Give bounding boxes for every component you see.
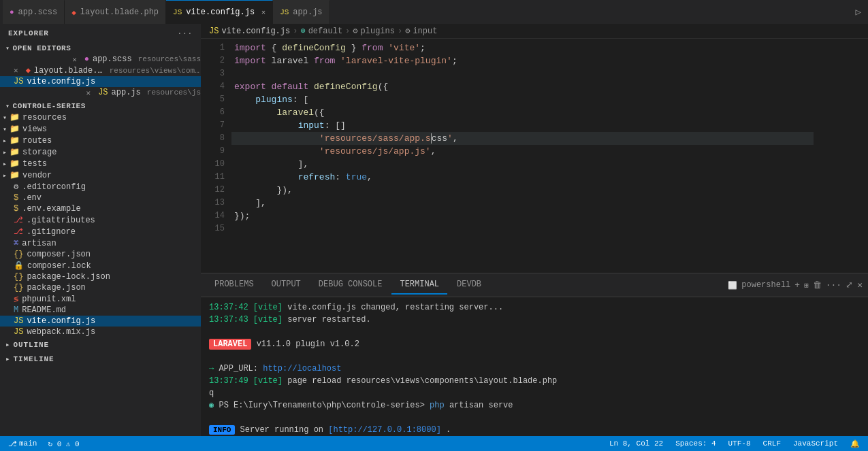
folder-name: vendor [22, 171, 52, 180]
file-env-example[interactable]: $ .env.example [0, 203, 201, 214]
panel-area: PROBLEMS OUTPUT DEBUG CONSOLE TERMINAL D… [201, 273, 868, 436]
run-button[interactable]: ▷ [849, 6, 868, 18]
file-name: README.md [22, 305, 66, 315]
code-editor[interactable]: 12345 678910 1112131415 import { defineC… [201, 39, 868, 273]
timeline-section[interactable]: ▸ TIMELINE [0, 352, 201, 366]
close-icon[interactable]: ✕ [86, 88, 91, 97]
folder-icon: 📁 [10, 124, 20, 134]
tab-problems[interactable]: PROBLEMS [206, 275, 262, 295]
js-icon: JS [280, 8, 289, 16]
maximize-panel-icon[interactable]: ⤢ [846, 280, 853, 290]
close-panel-icon[interactable]: ✕ [857, 280, 863, 290]
folder-tests[interactable]: ▸ 📁 tests [0, 158, 201, 169]
add-terminal-icon[interactable]: + [794, 280, 800, 290]
js-icon: JS [173, 8, 182, 16]
file-path: resources\js [147, 88, 201, 97]
line-numbers: 12345 678910 1112131415 [201, 39, 231, 273]
code-line-14: }); [231, 210, 814, 222]
tab-devdb[interactable]: DEVDB [449, 275, 489, 295]
ln-col-item[interactable]: Ln 8, Col 22 [607, 439, 666, 448]
terminal-content[interactable]: 13:37:42 [vite] vite.config.js changed, … [201, 297, 868, 436]
file-webpack-mix[interactable]: JS webpack.mix.js [0, 327, 201, 337]
git-branch-icon: ⎇ [8, 439, 17, 448]
file-editorconfig[interactable]: ⚙ .editorconfig [0, 181, 201, 193]
split-terminal-icon[interactable]: ⊞ [804, 281, 809, 290]
tab-app-scss[interactable]: ● app.scss [3, 0, 65, 24]
js-file-icon: JS [14, 77, 23, 86]
folder-resources[interactable]: ▾ 📁 resources [0, 112, 201, 123]
spaces-label: Spaces: 4 [675, 439, 716, 448]
file-composer-lock[interactable]: 🔒 composer.lock [0, 260, 201, 271]
git-branch-item[interactable]: ⎇ main [5, 439, 39, 448]
file-name: .env [22, 193, 42, 203]
folder-views[interactable]: ▾ 📁 views [0, 123, 201, 135]
folder-storage[interactable]: ▸ 📁 storage [0, 146, 201, 158]
delete-terminal-icon[interactable]: 🗑 [813, 280, 822, 290]
json-file-icon: {} [14, 272, 23, 282]
open-editor-app-js[interactable]: ✕ JS app.js resources\js [0, 87, 201, 98]
open-editor-vite-config[interactable]: JS vite.config.js [0, 76, 201, 87]
breadcrumb-input-icon: ⚙ [405, 26, 410, 36]
file-readme-md[interactable]: M README.md [0, 305, 201, 316]
file-name: app.js [112, 88, 141, 97]
sync-icon[interactable]: ↻ 0 ⚠ 0 [45, 439, 82, 448]
json-file-icon: {} [14, 283, 23, 293]
laravel-version: v11.1.0 [257, 339, 296, 349]
chevron-down-icon: ▾ [5, 102, 10, 110]
file-package-json[interactable]: {} package.json [0, 282, 201, 293]
js-file-icon: JS [14, 316, 23, 326]
sidebar-menu-icon[interactable]: ··· [178, 29, 193, 37]
file-gitattributes[interactable]: ⎇ .gitattributes [0, 214, 201, 226]
outline-section[interactable]: ▸ OUTLINE [0, 337, 201, 352]
tab-output[interactable]: OUTPUT [263, 275, 309, 295]
tab-layout-blade[interactable]: ◆ layout.blade.php [65, 0, 166, 24]
more-options-icon[interactable]: ··· [826, 280, 841, 290]
file-phpunit-xml[interactable]: ≶ phpunit.xml [0, 293, 201, 305]
reload-text: page reload resources\views\components\l… [287, 376, 557, 386]
file-env[interactable]: $ .env [0, 193, 201, 203]
file-name: webpack.mix.js [27, 327, 95, 337]
file-package-lock-json[interactable]: {} package-lock.json [0, 271, 201, 282]
server-url: [http://127.0.0.1:8000] [328, 425, 441, 435]
project-section[interactable]: ▾ CONTROLE-SERIES [0, 101, 201, 112]
line-ending-item[interactable]: CRLF [760, 439, 784, 448]
minimap [814, 39, 868, 273]
tab-label: vite.config.js [186, 7, 255, 17]
encoding-item[interactable]: UTF-8 [726, 439, 754, 448]
file-artisan[interactable]: ⌘ artisan [0, 237, 201, 249]
gear-file-icon: ⚙ [14, 182, 18, 192]
tab-vite-config[interactable]: JS vite.config.js ✕ [166, 0, 273, 24]
file-name: .gitignore [27, 227, 76, 237]
file-path: resources\sass [138, 55, 201, 63]
open-editor-layout-blade[interactable]: ✕ ◆ layout.blade.php resources\views\com… [0, 65, 201, 76]
encoding-label: UTF-8 [728, 439, 751, 448]
open-editors-section[interactable]: ▾ OPEN EDITORS [0, 43, 201, 54]
notifications-item[interactable]: 🔔 [848, 439, 863, 448]
tab-terminal[interactable]: TERMINAL [391, 275, 447, 295]
terminal-line-arrow: → APP_URL: http://localhost [209, 363, 860, 375]
chevron-down-icon: ▾ [5, 44, 10, 52]
language-item[interactable]: JavaScript [790, 439, 841, 448]
js-file-icon: JS [98, 88, 108, 97]
spaces-item[interactable]: Spaces: 4 [673, 439, 718, 448]
file-gitignore[interactable]: ⎇ .gitignore [0, 226, 201, 237]
folder-vendor[interactable]: ▸ 📁 vendor [0, 169, 201, 181]
code-line-5: plugins: [ [231, 93, 814, 106]
code-content: import { defineConfig } from 'vite'; imp… [231, 39, 814, 273]
main-area: EXPLORER ··· ▾ OPEN EDITORS ✕ ● app.scss… [0, 24, 868, 436]
file-vite-config[interactable]: JS vite.config.js [0, 316, 201, 327]
breadcrumb-plugins-icon: ⚙ [353, 26, 357, 36]
folder-routes[interactable]: ▸ 📁 routes [0, 135, 201, 146]
close-icon[interactable]: ✕ [72, 55, 77, 64]
file-composer-json[interactable]: {} composer.json [0, 249, 201, 260]
ln-col-label: Ln 8, Col 22 [609, 439, 663, 448]
vite-label: [vite] [253, 315, 283, 324]
code-line-1: import { defineConfig } from 'vite'; [231, 41, 814, 54]
tab-label: app.js [293, 7, 322, 17]
close-tab-icon[interactable]: ✕ [261, 8, 266, 16]
tab-debug-console[interactable]: DEBUG CONSOLE [310, 275, 391, 295]
plugin-version: plugin v1.0.2 [295, 339, 359, 349]
tab-app-js[interactable]: JS app.js [273, 0, 329, 24]
close-icon[interactable]: ✕ [14, 66, 18, 75]
open-editor-app-scss[interactable]: ✕ ● app.scss resources\sass [0, 54, 201, 65]
